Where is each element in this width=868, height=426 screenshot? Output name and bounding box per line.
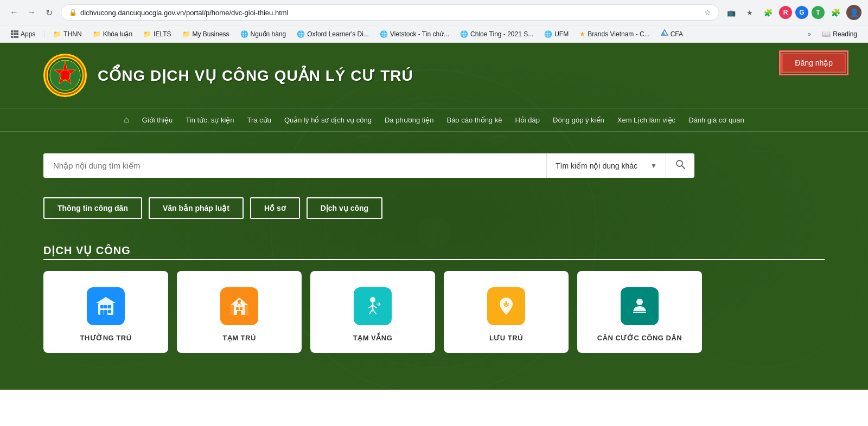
nav-danh-gia[interactable]: Đánh giá cơ quan	[688, 116, 744, 124]
bookmark-ufm[interactable]: 🌐 UFM	[540, 29, 573, 40]
screen-cast-button[interactable]: 📺	[724, 5, 739, 20]
search-input[interactable]	[43, 153, 546, 178]
back-button[interactable]: ←	[7, 5, 22, 20]
svg-line-43	[373, 309, 376, 314]
bookmark-cfa[interactable]: CFA	[656, 28, 687, 40]
bookmark-chloe[interactable]: 🌐 Chloe Ting - 2021 S...	[456, 29, 538, 40]
search-dropdown[interactable]: Tìm kiếm nội dung khác ▼	[546, 153, 666, 178]
site-emblem	[43, 54, 87, 97]
extensions-puzzle-button[interactable]: 🧩	[828, 5, 843, 20]
ufm-label: UFM	[554, 30, 569, 38]
svg-rect-34	[236, 307, 239, 310]
bookmark-oxford[interactable]: 🌐 Oxford Learner's Di...	[292, 29, 373, 40]
more-bookmarks-button[interactable]: »	[803, 29, 816, 40]
nav-da-phuong-tien[interactable]: Đa phương tiện	[385, 116, 434, 124]
folder-icon-4: 📁	[182, 30, 190, 38]
svg-point-38	[370, 297, 375, 302]
svg-line-42	[369, 309, 373, 314]
star-icon: ★	[579, 30, 585, 38]
svg-rect-24	[100, 305, 104, 308]
services-section: DỊCH VỤ CÔNG THƯỜNG TRÚ	[0, 228, 868, 369]
bookmark-nguon-hang[interactable]: 🌐 Nguồn hàng	[236, 29, 291, 40]
svg-point-37	[238, 300, 241, 303]
bookmark-thnn[interactable]: 📁 THNN	[49, 29, 86, 40]
thuong-tru-icon	[87, 287, 125, 325]
bookmarks-separator	[44, 30, 44, 38]
bookmark-vietstock[interactable]: 🌐 Vietstock - Tin chứ...	[375, 29, 454, 40]
site-navigation: ⌂ Giới thiệu Tin tức, sự kiện Tra cứu Qu…	[0, 108, 868, 132]
service-card-tam-vang[interactable]: TẠM VẮNG	[310, 271, 435, 353]
globe-icon-5: 🌐	[544, 30, 552, 38]
address-bar[interactable]: 🔒 dichvucong.dancuquocgia.gov.vn/portal/…	[61, 4, 719, 21]
reading-mode-button[interactable]: 📖 Reading	[818, 28, 861, 40]
globe-icon-4: 🌐	[460, 30, 468, 38]
extension-button[interactable]: 🧩	[761, 5, 776, 20]
bookmark-my-business[interactable]: 📁 My Business	[178, 29, 234, 40]
profile-1[interactable]: R	[779, 6, 792, 19]
quick-btn-dich-vu[interactable]: Dịch vụ công	[307, 197, 382, 219]
nav-tra-cuu[interactable]: Tra cứu	[247, 116, 271, 124]
thuong-tru-label: THƯỜNG TRÚ	[80, 334, 131, 342]
user-avatar[interactable]: 👤	[846, 5, 861, 20]
site-title: CỔNG DỊCH VỤ CÔNG QUẢN LÝ CƯ TRÚ	[98, 67, 413, 85]
service-card-luu-tru[interactable]: LƯU TRÚ	[444, 271, 569, 353]
tam-vang-icon	[354, 287, 392, 325]
folder-icon: 📁	[53, 30, 61, 38]
luu-tru-label: LƯU TRÚ	[489, 334, 523, 342]
bookmark-star-icon[interactable]: ☆	[704, 8, 711, 17]
search-box: Tìm kiếm nội dung khác ▼	[43, 153, 694, 178]
nav-quan-ly[interactable]: Quản lý hồ sơ dịch vụ công	[284, 116, 372, 124]
login-button[interactable]: Đăng nhập	[781, 53, 846, 73]
bookmark-apps[interactable]: Apps	[7, 29, 40, 40]
service-card-thuong-tru[interactable]: THƯỜNG TRÚ	[43, 271, 168, 353]
nav-dong-gop[interactable]: Đóng góp ý kiến	[553, 116, 604, 124]
folder-icon-3: 📁	[143, 30, 151, 38]
my-business-label: My Business	[193, 30, 229, 38]
search-button[interactable]	[666, 153, 694, 178]
tam-tru-icon	[220, 287, 258, 325]
oxford-label: Oxford Learner's Di...	[307, 30, 369, 38]
bookmark-button[interactable]: ★	[742, 5, 757, 20]
chloe-label: Chloe Ting - 2021 S...	[470, 30, 533, 38]
bookmark-brands[interactable]: ★ Brands Vietnam - C...	[575, 29, 654, 40]
nav-gioi-thieu[interactable]: Giới thiệu	[142, 116, 173, 124]
svg-rect-28	[104, 310, 107, 315]
nav-bao-cao[interactable]: Báo cáo thống kê	[446, 116, 502, 124]
globe-icon-1: 🌐	[240, 30, 248, 38]
nav-tin-tuc[interactable]: Tin tức, sự kiện	[186, 116, 234, 124]
drive-icon	[661, 29, 668, 38]
reading-label: Reading	[833, 30, 857, 38]
service-card-can-cuoc[interactable]: CĂN CƯỚC CÔNG DÂN	[577, 271, 702, 353]
luu-tru-icon	[487, 287, 525, 325]
service-card-tam-tru[interactable]: TẠM TRÚ	[177, 271, 302, 353]
svg-marker-30	[96, 297, 116, 303]
browser-chrome: ← → ↻ 🔒 dichvucong.dancuquocgia.gov.vn/p…	[0, 0, 868, 43]
svg-rect-27	[100, 310, 104, 315]
svg-rect-25	[104, 305, 107, 308]
profile-3[interactable]: T	[812, 6, 825, 19]
nav-xem-lich[interactable]: Xem Lịch làm việc	[617, 116, 675, 124]
cfa-label: CFA	[671, 30, 683, 38]
quick-buttons-bar: Thông tin công dân Văn bản pháp luật Hồ …	[0, 189, 868, 228]
forward-button[interactable]: →	[24, 5, 39, 20]
search-section: Tìm kiếm nội dung khác ▼	[0, 132, 868, 189]
bookmark-khoa-luan[interactable]: 📁 Khóa luận	[88, 29, 137, 40]
profile-2[interactable]: G	[795, 6, 808, 19]
lock-icon: 🔒	[69, 9, 77, 16]
quick-btn-van-ban[interactable]: Văn bản pháp luật	[149, 197, 244, 219]
svg-line-22	[682, 166, 685, 169]
services-grid: THƯỜNG TRÚ TẠ	[43, 271, 825, 353]
quick-btn-ho-so[interactable]: Hồ sơ	[250, 197, 300, 219]
quick-btn-thong-tin[interactable]: Thông tin công dân	[43, 197, 142, 219]
nav-home[interactable]: ⌂	[124, 115, 129, 125]
svg-point-21	[676, 160, 682, 166]
services-divider	[43, 259, 825, 260]
browser-toolbar: ← → ↻ 🔒 dichvucong.dancuquocgia.gov.vn/p…	[0, 0, 868, 25]
services-title: DỊCH VỤ CÔNG	[43, 244, 825, 257]
svg-point-45	[503, 301, 506, 304]
reading-icon: 📖	[822, 30, 831, 38]
nav-hoi-dap[interactable]: Hỏi đáp	[515, 116, 540, 124]
khoa-luan-label: Khóa luận	[103, 30, 132, 38]
refresh-button[interactable]: ↻	[41, 5, 56, 20]
bookmark-ielts[interactable]: 📁 IELTS	[139, 29, 175, 40]
